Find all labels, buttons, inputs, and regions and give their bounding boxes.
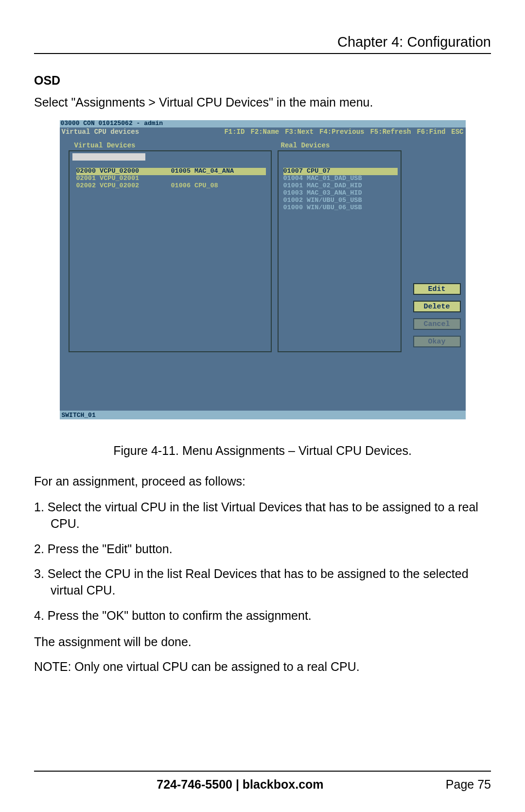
fkey-f4[interactable]: F4:Previous	[319, 128, 364, 136]
real-devices-list[interactable]: 01007 CPU_0701004 MAC_01_DAD_USB01001 MA…	[283, 168, 398, 212]
edit-button[interactable]: Edit	[413, 283, 461, 295]
virtual-devices-list[interactable]: 02000 VCPU_0200001005 MAC_04_ANA02001 VC…	[76, 168, 266, 190]
intro-text: Select "Assignments > Virtual CPU Device…	[34, 95, 491, 109]
fkey-f3[interactable]: F3:Next	[285, 128, 314, 136]
page-footer: 724-746-5500 | blackbox.com Page 75	[34, 771, 491, 792]
figure-caption: Figure 4-11. Menu Assignments – Virtual …	[34, 444, 491, 458]
list-item[interactable]: 01002 WIN/UBU_05_USB	[283, 197, 398, 204]
real-devices-panel: 01007 CPU_0701004 MAC_01_DAD_USB01001 MA…	[278, 150, 402, 352]
list-item[interactable]: 01001 MAC_02_DAD_HID	[283, 182, 398, 190]
fkey-f1[interactable]: F1:ID	[224, 128, 245, 136]
cancel-button[interactable]: Cancel	[413, 318, 461, 330]
virtual-devices-panel: 02000 VCPU_0200001005 MAC_04_ANA02001 VC…	[69, 150, 272, 352]
osd-titlebar: 03000 CON 010125062 - admin	[60, 120, 466, 127]
note-text: NOTE: Only one virtual CPU can be assign…	[34, 660, 491, 674]
osd-statusbar: SWITCH_01	[60, 411, 466, 419]
after-text: The assignment will be done.	[34, 635, 491, 649]
list-item[interactable]: 02001 VCPU_02001	[76, 175, 266, 182]
list-item[interactable]: 01004 MAC_01_DAD_USB	[283, 175, 398, 182]
real-devices-label: Real Devices	[281, 142, 330, 149]
osd-menubar: Virtual CPU devices F1:ID F2:Name F3:Nex…	[60, 127, 466, 136]
fkey-f2[interactable]: F2:Name	[250, 128, 279, 136]
osd-fkeys: F1:ID F2:Name F3:Next F4:Previous F5:Ref…	[224, 128, 463, 136]
fkey-f5[interactable]: F5:Refresh	[370, 128, 411, 136]
list-item[interactable]: 01007 CPU_07	[283, 168, 398, 175]
lead-text: For an assignment, proceed as follows:	[34, 474, 491, 488]
fkey-f6[interactable]: F6:Find	[417, 128, 445, 136]
step-item: Press the "Edit" button.	[34, 541, 491, 558]
step-item: Select the virtual CPU in the list Virtu…	[34, 499, 491, 532]
list-item[interactable]: 01000 WIN/UBU_06_USB	[283, 204, 398, 212]
osd-screenshot: 03000 CON 010125062 - admin Virtual CPU …	[60, 120, 466, 419]
fkey-esc[interactable]: ESC	[451, 128, 463, 136]
list-item[interactable]: 02000 VCPU_0200001005 MAC_04_ANA	[76, 168, 266, 175]
list-item[interactable]: 02002 VCPU_0200201006 CPU_08	[76, 182, 266, 190]
list-item[interactable]: 01003 MAC_03_ANA_HID	[283, 190, 398, 197]
okay-button[interactable]: Okay	[413, 336, 461, 347]
osd-button-column: Edit Delete Cancel Okay	[413, 283, 461, 347]
osd-heading: OSD	[34, 73, 491, 88]
search-input[interactable]	[72, 153, 145, 161]
chapter-header: Chapter 4: Configuration	[34, 34, 491, 54]
footer-contact: 724-746-5500 | blackbox.com	[35, 777, 446, 792]
footer-page-number: Page 75	[446, 777, 491, 792]
step-item: Press the "OK" button to confirm the ass…	[34, 608, 491, 624]
osd-menu-title: Virtual CPU devices	[62, 128, 225, 136]
delete-button[interactable]: Delete	[413, 301, 461, 312]
steps-list: Select the virtual CPU in the list Virtu…	[34, 499, 491, 624]
virtual-devices-label: Virtual Devices	[74, 142, 136, 149]
step-item: Select the CPU in the list Real Devices …	[34, 566, 491, 599]
